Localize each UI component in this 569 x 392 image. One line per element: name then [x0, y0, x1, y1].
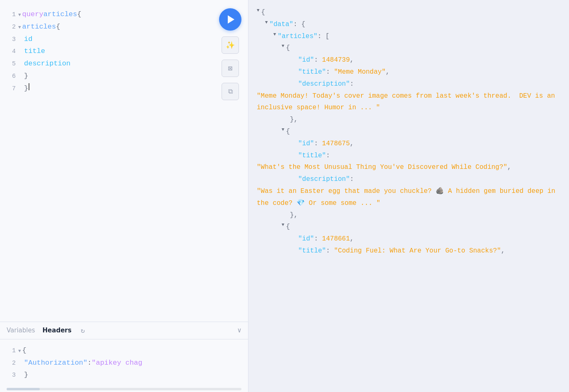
clear-icon: ⊠ [228, 64, 233, 73]
horizontal-scrollbar[interactable] [7, 388, 241, 390]
json-article2-close: }, [257, 209, 561, 221]
json-article1-description: "description": "Meme Monday! Today's cov… [257, 78, 561, 114]
code-line-2: 2 ▼ articles { [4, 21, 215, 33]
line-number: 2 [4, 358, 16, 369]
field-name: articles [22, 21, 56, 33]
header-value: "apikey chag [92, 357, 142, 369]
headers-editor[interactable]: 1 ▼ { 2 "Authorization": "apikey chag 3 … [0, 339, 248, 386]
json-article1-open: ▼ { [257, 42, 561, 54]
code-line-7: 7 } [4, 82, 215, 95]
json-article1-title: "title": "Meme Monday", [257, 66, 561, 78]
code-line-5: 5 description [4, 58, 215, 70]
scrollbar-thumb[interactable] [7, 388, 40, 390]
toolbar: ✨ ⊠ ⧉ [219, 8, 241, 100]
copy-icon: ⧉ [228, 88, 233, 96]
json-article2-id: "id": 1478675, [257, 138, 561, 150]
header-key: "Authorization" [24, 357, 87, 369]
collapse-triangle[interactable]: ▼ [18, 24, 21, 31]
line-number: 7 [4, 84, 16, 94]
line-number: 1 [4, 346, 16, 356]
field-title: title [24, 45, 45, 58]
chevron-down-icon[interactable]: ∨ [237, 326, 241, 334]
tab-variables[interactable]: Variables [7, 327, 35, 334]
json-root-open: ▼ { [257, 7, 561, 19]
line-number: 3 [4, 34, 16, 45]
keyword-query: query [22, 8, 43, 21]
json-article3-id: "id": 1478661, [257, 233, 561, 245]
code-line-4: 4 title [4, 45, 215, 58]
run-button[interactable] [219, 8, 241, 31]
refresh-icon[interactable]: ↻ [81, 326, 85, 335]
code-line-6: 6 } [4, 70, 215, 82]
headers-line-1: 1 ▼ { [4, 344, 244, 357]
json-data-key: ▼ "data": { [257, 19, 561, 31]
code-lines: 1 ▼ query articles { 2 ▼ articles { 3 id… [4, 8, 248, 94]
line-number: 6 [4, 71, 16, 82]
headers-line-2: 2 "Authorization": "apikey chag [4, 357, 244, 369]
field-id: id [24, 33, 32, 46]
headers-line-3: 3 } [4, 369, 244, 381]
collapse-triangle[interactable]: ▼ [282, 42, 284, 54]
line-number: 3 [4, 370, 16, 381]
json-article2-title: "title": "What's the Most Unusual Thing … [257, 150, 561, 174]
code-line-1: 1 ▼ query articles { [4, 8, 215, 21]
ai-assist-button[interactable]: ✨ [222, 36, 239, 54]
json-article1-id: "id": 1484739, [257, 54, 561, 66]
json-article2-open: ▼ { [257, 126, 561, 138]
copy-button[interactable]: ⧉ [222, 83, 239, 100]
collapse-triangle[interactable]: ▼ [265, 19, 268, 31]
field-description: description [24, 58, 70, 70]
line-number: 5 [4, 59, 16, 70]
right-panel: ▼ { ▼ "data": { ▼ "articles": [ ▼ { "id"… [248, 0, 569, 392]
json-article2-description: "description": "Was it an Easter egg tha… [257, 173, 561, 209]
collapse-triangle[interactable]: ▼ [18, 347, 21, 355]
collapse-triangle[interactable]: ▼ [282, 221, 284, 233]
line-number: 4 [4, 46, 16, 57]
collapse-triangle[interactable]: ▼ [273, 31, 276, 43]
collapse-triangle[interactable]: ▼ [282, 126, 284, 138]
json-article1-close: }, [257, 114, 561, 126]
query-name: articles [43, 8, 77, 21]
left-panel: 1 ▼ query articles { 2 ▼ articles { 3 id… [0, 0, 248, 392]
collapse-triangle[interactable]: ▼ [257, 7, 260, 19]
code-line-3: 3 id [4, 33, 215, 46]
json-article3-title: "title": "Coding Fuel: What Are Your Go-… [257, 245, 561, 257]
json-article3-open: ▼ { [257, 221, 561, 233]
json-output: ▼ { ▼ "data": { ▼ "articles": [ ▼ { "id"… [257, 7, 561, 257]
line-number: 1 [4, 10, 16, 20]
bottom-section: Variables Headers ↻ ∨ 1 ▼ { 2 "Authoriza… [0, 322, 248, 392]
collapse-triangle[interactable]: ▼ [18, 11, 21, 19]
json-articles-key: ▼ "articles": [ [257, 31, 561, 43]
tab-headers[interactable]: Headers [43, 327, 72, 334]
clear-button[interactable]: ⊠ [222, 60, 239, 77]
tabs-bar: Variables Headers ↻ ∨ [0, 322, 248, 339]
query-editor: 1 ▼ query articles { 2 ▼ articles { 3 id… [0, 0, 248, 322]
line-number: 2 [4, 22, 16, 33]
sparkle-icon: ✨ [226, 41, 235, 50]
